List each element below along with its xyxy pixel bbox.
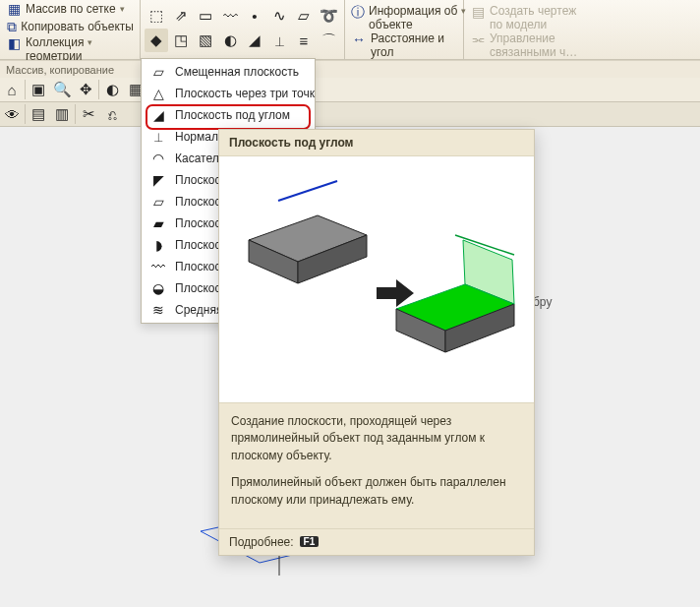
- tool-e-icon[interactable]: ◢: [243, 29, 266, 52]
- label-l2: по модели: [490, 18, 576, 31]
- tool-plane2-icon[interactable]: ◆: [145, 29, 168, 52]
- tool-d-icon[interactable]: ◐: [218, 29, 242, 52]
- tool-lcs-icon[interactable]: ▭: [194, 4, 217, 28]
- ct-eye-icon[interactable]: 👁: [0, 102, 24, 126]
- info-icon: ⓘ: [351, 4, 365, 20]
- label-l2: угол: [371, 45, 444, 59]
- plane-icon: ≋: [149, 302, 167, 318]
- label-l1: Коллекция: [26, 35, 84, 49]
- ct-a-icon[interactable]: ▤: [27, 102, 50, 126]
- tooltip-title: Плоскость под углом: [219, 130, 534, 156]
- context-toolbar: 👁 ▤ ▥ ✂ ⎌: [0, 102, 700, 127]
- label-l1: Расстояние и: [371, 31, 444, 45]
- tooltip-more-label: Подробнее:: [229, 535, 294, 549]
- mi-offset-plane[interactable]: ▱Смещенная плоскость: [142, 61, 315, 83]
- ct-c-icon[interactable]: ✂: [77, 102, 100, 126]
- tool-c-icon[interactable]: ▧: [194, 29, 217, 52]
- tool-plane-icon[interactable]: ⬚: [145, 4, 168, 28]
- ribbon-row: ▦ Массив по сетке ▾ ⧉ Копировать объекты…: [0, 0, 700, 60]
- plane-angle-icon: ◢: [149, 107, 167, 123]
- plane-icon: 〰: [149, 259, 167, 274]
- collection-icon: ◧: [6, 35, 22, 51]
- tool-f-icon[interactable]: ⟂: [267, 29, 291, 52]
- btn-copy-objects[interactable]: ⧉ Копировать объекты: [0, 18, 140, 35]
- tooltip-illustration: [219, 156, 534, 402]
- tooltip-description: Создание плоскости, проходящей через пря…: [219, 402, 534, 528]
- label-l1: Управление: [490, 31, 577, 45]
- view-toolbar: ⌂ ▣ 🔍 ✥ ◐ ▦ ◧ ◈: [0, 78, 700, 102]
- svg-line-4: [278, 181, 337, 201]
- aux-geometry-grid: ⬚ ⇗ ▭ 〰 • ∿ ▱ ➰ ◆ ◳ ▧ ◐ ◢ ⟂ ≡ ⌒: [141, 0, 344, 56]
- plane-icon: ◗: [149, 237, 167, 253]
- label-l1: Информация об: [369, 4, 457, 18]
- panel-label-array: Массив, копирование: [0, 60, 151, 78]
- mi-plane-3points[interactable]: △Плоскость через три точки: [142, 83, 315, 104]
- plane-icon: ◤: [149, 172, 167, 188]
- label: Плоскость через три точки: [175, 87, 315, 100]
- btn-create-drawing: ▤ Создать чертеж по модели: [464, 4, 583, 31]
- ct-d-icon[interactable]: ⎌: [100, 102, 124, 126]
- measure-icon: ↔: [351, 31, 367, 47]
- plane-icon: ▰: [149, 215, 167, 231]
- tooltip-desc-p2: Прямолинейный объект должен быть паралле…: [231, 474, 522, 509]
- link-icon: ⫘: [470, 31, 486, 47]
- btn-geometry-collection[interactable]: ◧ Коллекция геометрии ▾: [0, 35, 140, 63]
- tool-h-icon[interactable]: ⌒: [317, 29, 340, 52]
- grid-array-icon: ▦: [6, 1, 22, 17]
- tooltip-desc-p1: Создание плоскости, проходящей через пря…: [231, 413, 522, 464]
- vt-fit-icon[interactable]: ▣: [27, 78, 50, 101]
- tool-surface-icon[interactable]: ▱: [292, 4, 316, 28]
- vt-home-icon[interactable]: ⌂: [0, 78, 24, 101]
- chevron-down-icon: ▾: [88, 35, 95, 49]
- tool-curve-icon[interactable]: 〰: [218, 4, 242, 28]
- label: Копировать объекты: [21, 20, 134, 33]
- chevron-down-icon: ▾: [120, 2, 128, 16]
- vt-shaded-icon[interactable]: ◐: [100, 78, 124, 101]
- copy-icon: ⧉: [6, 19, 17, 34]
- ribbon-labels: Массив, копирование: [0, 60, 700, 78]
- mi-plane-at-angle[interactable]: ◢Плоскость под углом: [142, 104, 315, 126]
- tool-b-icon[interactable]: ◳: [169, 29, 193, 52]
- plane-icon: ▱: [149, 64, 167, 80]
- btn-object-info[interactable]: ⓘ Информация об объекте ▾: [345, 4, 463, 31]
- tool-helix-icon[interactable]: ➰: [317, 4, 340, 28]
- tooltip-card: Плоскость под углом Созд: [218, 129, 535, 556]
- svg-marker-8: [377, 279, 414, 307]
- tool-spline-icon[interactable]: ∿: [267, 4, 291, 28]
- tool-point-icon[interactable]: •: [243, 4, 266, 28]
- label: Смещенная плоскость: [175, 65, 299, 79]
- label-l2: связанными ч…: [490, 45, 577, 59]
- clipped-menu-text: бру: [533, 295, 552, 309]
- label-l1: Создать чертеж: [490, 4, 576, 18]
- plane-icon: △: [149, 86, 167, 101]
- drawing-icon: ▤: [470, 4, 486, 20]
- ct-b-icon[interactable]: ▥: [50, 102, 74, 126]
- label: Плоскость под углом: [175, 108, 290, 122]
- toolbars: ▦ Массив по сетке ▾ ⧉ Копировать объекты…: [0, 0, 700, 127]
- tooltip-more: Подробнее: F1: [219, 528, 534, 555]
- btn-array-grid[interactable]: ▦ Массив по сетке ▾: [0, 0, 140, 18]
- btn-linked-mgmt: ⫘ Управление связанными ч…: [464, 31, 583, 59]
- tool-axis-icon[interactable]: ⇗: [169, 4, 193, 28]
- btn-distance-angle[interactable]: ↔ Расстояние и угол: [345, 31, 463, 59]
- plane-icon: ◠: [149, 151, 167, 166]
- f1-key-icon: F1: [300, 536, 320, 547]
- plane-icon: ◒: [149, 280, 167, 296]
- tool-g-icon[interactable]: ≡: [292, 29, 316, 52]
- plane-icon: ▱: [149, 194, 167, 210]
- vt-pan-icon[interactable]: ✥: [74, 78, 97, 101]
- plane-icon: ⟂: [149, 129, 167, 145]
- label: Массив по сетке: [26, 2, 116, 16]
- vt-zoom-icon[interactable]: 🔍: [50, 78, 74, 101]
- label-l2: объекте: [369, 18, 457, 31]
